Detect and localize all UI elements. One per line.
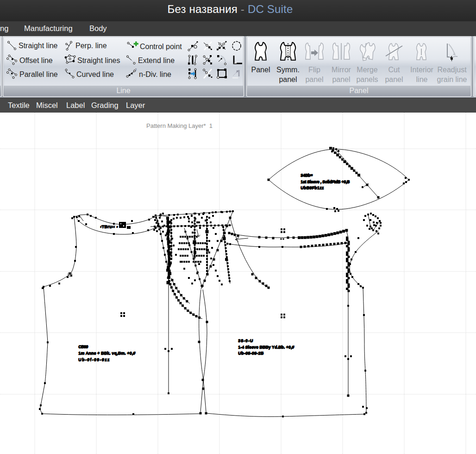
svg-text:1m Anne + BBk. vq,Bm. +0,#: 1m Anne + BBk. vq,Bm. +0,# <box>79 351 136 355</box>
svg-text:1st Sleeve , SolidFtdB +0,B: 1st Sleeve , SolidFtdB +0,B <box>301 179 351 184</box>
svg-text:CB99: CB99 <box>79 344 88 349</box>
svg-text:38-0-U: 38-0-U <box>238 338 253 343</box>
svg-text:‹TBru‹‹ ▪: ‹TBru‹‹ ▪ <box>100 224 118 229</box>
svg-text:Ub-08-09-2B: Ub-08-09-2B <box>238 351 264 355</box>
svg-text:Ub-0f-09-0zz: Ub-0f-09-0zz <box>79 357 110 362</box>
svg-text:UbB9Fb1zz: UbB9Fb1zz <box>301 185 325 190</box>
svg-text:2: 2 <box>135 68 137 72</box>
svg-text:34Bb=: 34Bb= <box>301 173 313 177</box>
svg-text:1-4 Sleeve BBBy Yd.Bb. +0,#: 1-4 Sleeve BBBy Yd.Bb. +0,# <box>238 345 294 349</box>
svg-text:Pattern Making Layer* 1: Pattern Making Layer* 1 <box>146 122 213 129</box>
